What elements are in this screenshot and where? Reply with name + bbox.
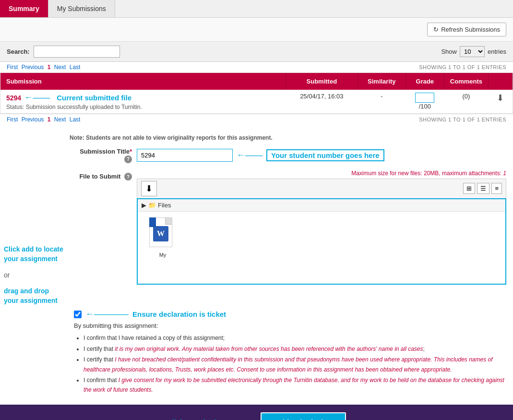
submission-title-label: Submission Title* ? (70, 148, 137, 163)
submissions-table: Submission Submitted Similarity Grade Co… (0, 73, 513, 114)
pagination-links-top: First Previous 1 Next Last (7, 64, 82, 71)
tab-my-submissions[interactable]: My Submissions (48, 0, 115, 17)
refresh-submissions-button[interactable]: ↻ Refresh Submissions (427, 23, 506, 36)
similarity-cell: - (358, 90, 406, 114)
th-submission: Submission (0, 73, 286, 90)
declaration-item-2: I certify that it is my own original wor… (84, 344, 506, 354)
current-file-annotation: Current submitted file (57, 94, 131, 102)
pagination-bottom: First Previous 1 Next Last SHOWING 1 TO … (0, 114, 513, 125)
files-label: Files (158, 202, 171, 209)
last-link-bottom[interactable]: Last (70, 116, 81, 123)
file-tree-header[interactable]: ▶ 📁 Files (138, 199, 505, 212)
note-content: Students are not able to view originalit… (86, 134, 273, 141)
pagination-info-top: SHOWING 1 TO 1 OF 1 ENTRIES (419, 64, 506, 70)
folder-icon: 📁 (148, 202, 156, 209)
table-header-row: Submission Submitted Similarity Grade Co… (0, 73, 513, 90)
next-link-bottom[interactable]: Next (54, 116, 66, 123)
form-content: Note: Students are not able to view orig… (70, 134, 513, 305)
grade-box (415, 93, 434, 103)
file-upload-area: Maximum size for new files: 20MB, maximu… (137, 170, 506, 285)
form-section: Click add to locate your assignment or d… (0, 125, 513, 305)
current-page-top: 1 (48, 64, 51, 71)
note-bold: Note: (70, 134, 84, 141)
by-submitting-text: By submitting this assignment: (74, 322, 506, 329)
click-add-annotation: Click add to locate your assignment (4, 245, 70, 264)
doc-fold (165, 218, 172, 225)
drag-drop-annotation: drag and dropyour assignment (4, 287, 70, 305)
click-to-submit-text: Click to submit (167, 418, 219, 420)
file-browser[interactable]: ▶ 📁 Files W (137, 198, 506, 285)
submission-id: 5294 (6, 94, 21, 102)
file-to-submit-label: File to Submit ? (70, 170, 137, 181)
entries-select[interactable]: 10 25 50 100 (460, 46, 485, 57)
previous-link-bottom[interactable]: Previous (22, 116, 44, 123)
file-item[interactable]: W My (143, 217, 182, 258)
add-submission-button[interactable]: Add Submission (261, 412, 346, 420)
th-grade: Grade (406, 73, 444, 90)
last-link-top[interactable]: Last (70, 64, 81, 71)
search-bar: Search: Show 10 25 50 100 entries (0, 42, 513, 62)
checkbox-arrow-icon: ←———— (85, 309, 129, 319)
submitted-cell: 25/04/17, 16:03 (286, 90, 358, 114)
entries-label: entries (488, 48, 506, 55)
tab-summary[interactable]: Summary (0, 0, 48, 17)
first-link-bottom[interactable]: First (7, 116, 18, 123)
word-logo: W (153, 226, 168, 241)
help-icon-file[interactable]: ? (124, 173, 132, 180)
show-label: Show (441, 48, 457, 55)
word-doc-thumbnail: W (149, 217, 176, 250)
toolbar: ↻ Refresh Submissions (0, 18, 513, 42)
or-label: or (4, 271, 70, 279)
pagination-top: First Previous 1 Next Last SHOWING 1 TO … (0, 62, 513, 72)
th-comments: Comments (444, 73, 488, 90)
tree-arrow: ▶ (142, 202, 146, 209)
show-entries: Show 10 25 50 100 entries (441, 46, 506, 57)
tab-bar: Summary My Submissions (0, 0, 513, 18)
file-toolbar: ⬇ ⊞ ☰ ≡ (137, 179, 506, 198)
declaration-checkbox[interactable] (74, 311, 82, 318)
th-submitted: Submitted (286, 73, 358, 90)
search-label: Search: (7, 48, 30, 55)
note-text: Note: Students are not able to view orig… (70, 134, 506, 141)
file-name: My (159, 252, 167, 258)
declaration-list: I confirm that I have retained a copy of… (74, 333, 506, 395)
refresh-icon: ↻ (433, 26, 439, 33)
declaration-section: ←———— Ensure declaration is ticket By su… (0, 305, 513, 399)
doc-ribbon (149, 217, 156, 227)
list-view-icon[interactable]: ☰ (477, 183, 489, 194)
title-annotation: Your student number goes here (266, 149, 384, 161)
download-icon[interactable]: ⬇ (497, 93, 504, 103)
arrow-icon: ←—— (24, 93, 50, 103)
submissions-table-container: Submission Submitted Similarity Grade Co… (0, 72, 513, 114)
table-row: 5294 ←—— Current submitted file Status: … (0, 90, 513, 114)
file-size-info: Maximum size for new files: 20MB, maximu… (137, 170, 506, 177)
th-similarity: Similarity (358, 73, 406, 90)
pagination-info-bottom: SHOWING 1 TO 1 OF 1 ENTRIES (419, 117, 506, 122)
grid-view-icon[interactable]: ⊞ (463, 183, 475, 194)
left-annotations: Click add to locate your assignment or d… (0, 134, 70, 305)
upload-button[interactable]: ⬇ (141, 181, 157, 196)
search-input[interactable] (34, 46, 120, 58)
title-arrow-icon: ←—— (237, 150, 262, 160)
checkbox-row: ←———— Ensure declaration is ticket (74, 309, 506, 319)
previous-link-top[interactable]: Previous (22, 64, 44, 71)
click-to-submit-annotation: Click to submit ——→ (167, 417, 251, 420)
submission-title-row: Submission Title* ? ←—— Your student num… (70, 148, 506, 163)
file-upload-row: File to Submit ? Maximum size for new fi… (70, 170, 506, 285)
submission-title-input[interactable] (137, 149, 233, 162)
declaration-item-1: I confirm that I have retained a copy of… (84, 333, 506, 343)
required-star: * (130, 148, 132, 155)
help-icon-title[interactable]: ? (124, 156, 132, 163)
submit-footer: Click to submit ——→ Add Submission (0, 405, 513, 420)
file-contents: W My (138, 212, 505, 264)
detail-view-icon[interactable]: ≡ (491, 183, 502, 194)
first-link-top[interactable]: First (7, 64, 18, 71)
submit-arrow-icon: ——→ (222, 417, 251, 420)
grade-cell: /100 (406, 90, 444, 114)
next-link-top[interactable]: Next (54, 64, 66, 71)
search-left: Search: (7, 46, 120, 58)
declaration-item-4: I confirm that I give consent for my wor… (84, 375, 506, 395)
pagination-links-bottom: First Previous 1 Next Last (7, 116, 82, 123)
declaration-item-3: I certify that I have not breached clien… (84, 355, 506, 374)
comments-cell: (0) (444, 90, 488, 114)
